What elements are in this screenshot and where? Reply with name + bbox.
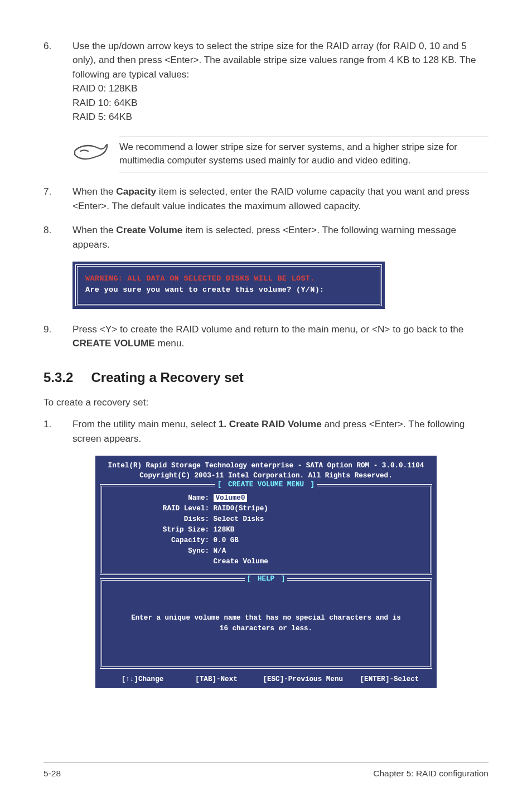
bios-footer: [↑↓]Change [TAB]-Next [ESC]-Previous Men… <box>100 672 432 684</box>
bios-field-label: Capacity: <box>109 535 209 546</box>
step-body: When the Create Volume item is selected,… <box>72 223 489 252</box>
note-hand-icon <box>72 141 109 163</box>
bios-field-row: Disks: Select Disks <box>109 514 423 525</box>
bios-header-line: Intel(R) Rapid Storage Technology enterp… <box>100 461 432 471</box>
help-text: Enter a unique volume name that has no s… <box>109 586 423 661</box>
panel-title-text: CREATE VOLUME MENU <box>226 481 306 489</box>
footer-key-next: [TAB]-Next <box>182 675 252 683</box>
step-number: 8. <box>43 223 72 252</box>
step-body: From the utility main menu, select 1. Cr… <box>72 417 489 446</box>
footer-key-change: [↑↓]Change <box>108 675 177 683</box>
bios-field-value: 128KB <box>214 526 235 534</box>
bios-field-row: Create Volume <box>109 557 423 567</box>
step-body: Use the up/down arrow keys to select the… <box>72 39 489 124</box>
section-title: Creating a Recovery set <box>91 370 243 385</box>
bios-header-line: Copyright(C) 2003-11 Intel Corporation. … <box>100 471 432 481</box>
bios-field-value: Select Disks <box>214 515 264 523</box>
panel-title: [ CREATE VOLUME MENU ] <box>102 481 430 489</box>
bios-field-label: Name: <box>109 493 209 504</box>
step-bold: Capacity <box>116 186 156 197</box>
step-8: 8. When the Create Volume item is select… <box>43 223 489 252</box>
warning-inner: WARNING: ALL DATA ON SELECTED DISKS WILL… <box>75 264 382 306</box>
step-6: 6. Use the up/down arrow keys to select … <box>43 39 489 124</box>
step-body: Press <Y> to create the RAID volume and … <box>72 322 489 351</box>
step-number: 6. <box>43 39 72 124</box>
chapter-label: Chapter 5: RAID configuration <box>373 769 489 779</box>
step-text: menu. <box>155 337 185 349</box>
bios-field-row: Capacity: 0.0 GB <box>109 535 423 546</box>
step-1: 1. From the utility main menu, select 1.… <box>43 417 489 446</box>
create-volume-panel: [ CREATE VOLUME MENU ] Name: Volume0RAID… <box>100 484 432 574</box>
bios-field-value: N/A <box>214 547 226 555</box>
page-footer: 5-28 Chapter 5: RAID configuration <box>43 762 489 779</box>
step-text: When the <box>72 224 116 235</box>
panel-title-text: HELP <box>255 575 277 583</box>
footer-key-select: [ENTER]-Select <box>355 675 424 683</box>
bios-field-label: Strip Size: <box>109 525 209 535</box>
step-9: 9. Press <Y> to create the RAID volume a… <box>43 322 489 351</box>
bios-field-value: RAID0(Stripe) <box>214 505 268 513</box>
panel-title: [ HELP ] <box>102 575 430 583</box>
step-text: Use the up/down arrow keys to select the… <box>72 40 476 80</box>
step-body: When the Capacity item is selected, ente… <box>72 185 489 213</box>
bios-field-row: RAID Level: RAID0(Stripe) <box>109 504 423 514</box>
help-line: 16 characters or less. <box>114 624 418 634</box>
section-heading: 5.3.2 Creating a Recovery set <box>43 370 489 385</box>
footer-key-prev: [ESC]-Previous Menu <box>255 675 350 683</box>
bios-field-value: Volume0 <box>214 494 248 502</box>
note-block: We recommend a lower stripe size for ser… <box>72 137 489 173</box>
bios-field-label: RAID Level: <box>109 504 209 514</box>
step-text: From the utility main menu, select <box>72 418 219 429</box>
raid-line: RAID 10: 64KB <box>72 97 138 108</box>
page-number: 5-28 <box>43 769 61 779</box>
step-bold: 1. Create RAID Volume <box>219 418 322 429</box>
bios-field-row: Sync: N/A <box>109 546 423 557</box>
bios-field-label: Sync: <box>109 546 209 557</box>
bios-screenshot: Intel(R) Rapid Storage Technology enterp… <box>95 456 437 688</box>
bios-field-label: Disks: <box>109 514 209 525</box>
raid-line: RAID 0: 128KB <box>72 83 138 94</box>
bios-field-row: Name: Volume0 <box>109 493 423 504</box>
bios-field-row: Strip Size: 128KB <box>109 525 423 535</box>
intro-para: To create a recovery set: <box>43 395 489 409</box>
step-7: 7. When the Capacity item is selected, e… <box>43 185 489 213</box>
raid-line: RAID 5: 64KB <box>72 111 132 122</box>
section-number: 5.3.2 <box>43 370 73 385</box>
step-text: When the <box>72 186 116 197</box>
bios-fields: Name: Volume0RAID Level: RAID0(Stripe)Di… <box>109 492 423 567</box>
step-number: 9. <box>43 322 72 351</box>
help-line: Enter a unique volume name that has no s… <box>114 613 418 624</box>
step-number: 7. <box>43 185 72 213</box>
step-text: Press <Y> to create the RAID volume and … <box>72 323 463 335</box>
help-panel: [ HELP ] Enter a unique volume name that… <box>100 578 432 669</box>
step-bold: Create Volume <box>116 224 182 235</box>
warning-dialog: WARNING: ALL DATA ON SELECTED DISKS WILL… <box>72 262 385 309</box>
note-text: We recommend a lower stripe size for ser… <box>119 137 489 173</box>
warning-line-white: Are you sure you want to create this vol… <box>85 284 372 296</box>
step-bold: CREATE VOLUME <box>72 337 155 349</box>
warning-line-red: WARNING: ALL DATA ON SELECTED DISKS WILL… <box>85 273 372 284</box>
bios-field-value: Create Volume <box>214 558 268 566</box>
bios-field-value: 0.0 GB <box>214 537 239 544</box>
step-number: 1. <box>43 417 72 446</box>
